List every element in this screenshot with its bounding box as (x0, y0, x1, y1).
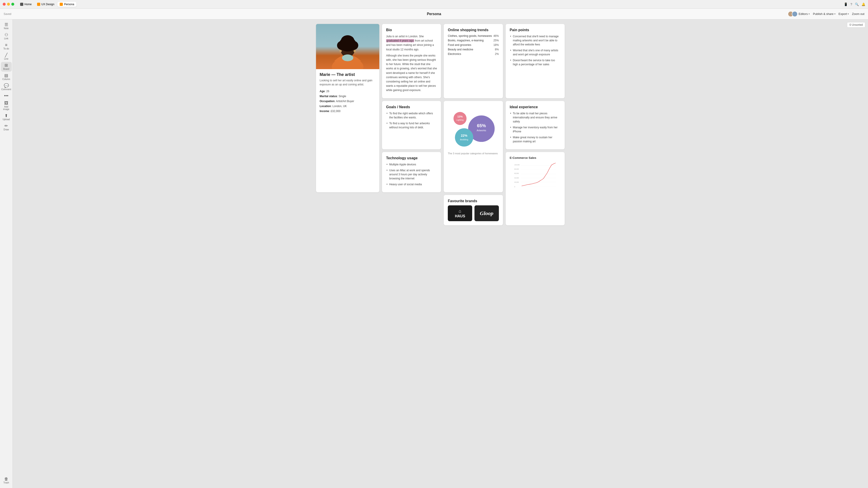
sidebar-item-line[interactable]: ╱ Line (1, 52, 12, 61)
profile-income: Income: £32,000 (320, 109, 376, 113)
svg-text:40,000: 40,000 (514, 177, 519, 179)
sidebar-item-upload[interactable]: ⬆ Upload (1, 112, 12, 122)
export-chevron: ▾ (848, 13, 849, 15)
maximize-button[interactable] (11, 3, 14, 6)
svg-text:0: 0 (514, 186, 515, 188)
svg-point-14 (455, 128, 473, 147)
sidebar-item-comment[interactable]: 💬 Comment (1, 82, 12, 92)
search-icon[interactable]: 🔍 (855, 2, 859, 6)
shopping-title: Online shopping trends (448, 28, 499, 32)
shopping-card: Online shopping trends Clothes, sporting… (444, 24, 503, 98)
brand-gloop: Gloop (474, 205, 499, 221)
titlebar: Home UX Design Persona 📱 ? 🔍 🔔 (0, 0, 868, 8)
sidebar-item-add-image[interactable]: 🖼 Add image (1, 100, 12, 112)
brands-title: Favourite brands (448, 199, 499, 203)
sidebar-item-trash[interactable]: 🗑 Trash (1, 476, 12, 485)
profile-info: Marie — The artist Looking to sell her a… (316, 69, 379, 117)
svg-text:65%: 65% (477, 123, 486, 128)
profile-description: Looking to sell her art easily online an… (320, 78, 376, 87)
ideal-card: Ideal experience To be able to mail her … (506, 101, 565, 149)
avatar-group (788, 11, 798, 17)
tech-card: Technology usage Multiple Apple devices … (382, 152, 441, 192)
sales-card: E-Commerce Sales 0 20,000 40,000 60,000 … (506, 152, 565, 225)
tech-item-3: Heavy user of social media (386, 182, 437, 186)
sales-chart: 0 20,000 40,000 60,000 80,000 100,000 (510, 161, 561, 188)
close-button[interactable] (3, 3, 6, 6)
tab-ux-design[interactable]: UX Design (35, 2, 57, 7)
minimize-button[interactable] (7, 3, 10, 6)
shopping-item-5: Electronics 2% (448, 53, 499, 56)
header-actions: Editors ▾ Publish & share ▾ Export ▾ Zoo… (788, 11, 864, 17)
publish-share-button[interactable]: Publish & share ▾ (813, 12, 835, 15)
profile-name: Marie — The artist (320, 72, 376, 77)
bio-text-1: Julia is an artist in London. She gradua… (386, 34, 437, 52)
shopping-item-3: Food and groceries 18% (448, 43, 499, 46)
ideal-item-3: Make great money to sustain her passion … (510, 135, 561, 143)
notification-icon[interactable]: 🔔 (862, 2, 865, 6)
sidebar-item-todo[interactable]: ≡ To-do (1, 41, 12, 51)
profile-occupation: Occupation: Artist/Art Buyer (320, 99, 376, 103)
editors-button[interactable]: Editors ▾ (788, 11, 810, 17)
sidebar-item-column[interactable]: ▤ Column (1, 72, 12, 82)
more-icon: ••• (4, 94, 8, 98)
profile-age: Age: 26 (320, 89, 376, 93)
draw-icon: ✏ (4, 124, 8, 128)
tech-item-2: Uses an iMac at work and spends around 3… (386, 168, 437, 181)
tech-title: Technology usage (386, 156, 437, 160)
ux-tab-icon (37, 3, 40, 6)
goals-title: Goals / Needs (386, 105, 437, 109)
chart-caption: The 3 most popular categories of homewar… (448, 152, 499, 155)
svg-text:80,000: 80,000 (514, 168, 519, 170)
persona-tab-icon (60, 3, 63, 6)
ideal-list: To be able to mail her pieces internatio… (510, 111, 561, 143)
trash-icon: 🗑 (4, 477, 8, 481)
note-icon: ☰ (4, 23, 8, 27)
pain-title: Pain points (510, 28, 561, 32)
sales-chart-title: E-Commerce Sales (510, 156, 561, 160)
zoom-out-button[interactable]: Zoom out (852, 12, 864, 15)
svg-text:13%: 13% (458, 115, 463, 118)
brands-card: Favourite brands ⌂ HAUS Gloop (444, 195, 503, 225)
chart-card: 65% Artworks 22% Bedding 13% Lighting Th… (444, 101, 503, 192)
persona-tab-label: Persona (64, 3, 74, 6)
ideal-item-2: Manage her inventory easily from her iPh… (510, 125, 561, 133)
brand-haus: ⌂ HAUS (448, 205, 472, 221)
profile-image (316, 24, 379, 69)
sidebar-item-draw[interactable]: ✏ Draw (1, 123, 12, 132)
brands-grid: ⌂ HAUS Gloop (448, 205, 499, 221)
svg-point-9 (353, 50, 356, 52)
main-layout: ☰ Note ⚇ Link ≡ To-do ╱ Line ⊞ Board ▤ C… (0, 20, 868, 488)
tab-home[interactable]: Home (18, 2, 34, 7)
publish-chevron: ▾ (834, 13, 835, 15)
svg-text:22%: 22% (461, 134, 467, 137)
sidebar-item-more[interactable]: ••• (1, 92, 12, 99)
avatar-2 (792, 11, 798, 17)
pain-item-1: Concerned that she'll need to manage mai… (510, 34, 561, 46)
ideal-title: Ideal experience (510, 105, 561, 109)
sidebar-item-board[interactable]: ⊞ Board (1, 62, 12, 72)
gloop-label: Gloop (480, 210, 493, 217)
tab-persona[interactable]: Persona (57, 2, 76, 7)
svg-text:100,000: 100,000 (514, 164, 520, 166)
svg-text:20,000: 20,000 (514, 182, 519, 183)
tab-group: Home UX Design Persona (18, 2, 76, 7)
svg-text:Bedding: Bedding (460, 138, 468, 141)
profile-marital: Marital status: Single (320, 94, 376, 98)
svg-text:Lighting: Lighting (457, 119, 464, 121)
haus-icon: ⌂ (459, 208, 461, 214)
sidebar-item-note[interactable]: ☰ Note (1, 21, 12, 31)
export-button[interactable]: Export ▾ (839, 12, 849, 15)
sidebar: ☰ Note ⚇ Link ≡ To-do ╱ Line ⊞ Board ▤ C… (0, 20, 13, 488)
help-icon[interactable]: ? (850, 2, 852, 6)
goals-item-2: To find a way to fund her artworks witho… (386, 121, 437, 129)
tech-item-1: Multiple Apple devices (386, 162, 437, 166)
svg-point-10 (342, 55, 353, 61)
bubble-chart: 65% Artworks 22% Bedding 13% Lighting (448, 105, 499, 150)
phone-icon[interactable]: 📱 (844, 2, 848, 6)
editors-chevron: ▾ (809, 13, 810, 15)
sidebar-item-link[interactable]: ⚇ Link (1, 31, 12, 41)
ideal-item-1: To be able to mail her pieces internatio… (510, 111, 561, 124)
saved-label: Saved (4, 12, 11, 15)
page-title: Persona (427, 12, 441, 16)
link-icon: ⚇ (4, 33, 8, 37)
